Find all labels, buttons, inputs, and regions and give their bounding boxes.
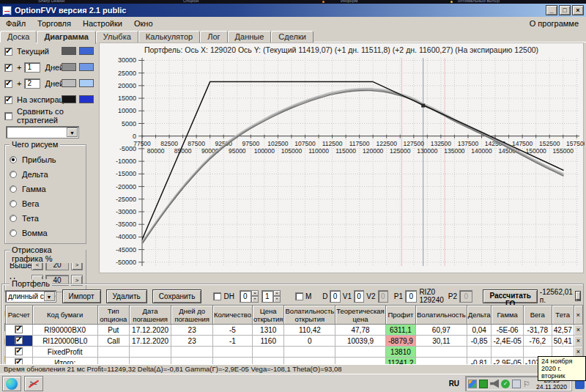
current-point-marker[interactable] bbox=[421, 104, 425, 108]
strategy-combobox[interactable]: ▼ bbox=[6, 126, 79, 138]
row-calc-checkbox[interactable] bbox=[15, 347, 23, 355]
legend-swatch[interactable] bbox=[79, 63, 94, 71]
legend-swatch[interactable] bbox=[62, 47, 76, 55]
payoff-chart[interactable]: 300002500020000150001000050000-5000-1000… bbox=[100, 43, 585, 274]
legend-swatch[interactable] bbox=[62, 95, 76, 103]
status-bar: Время обновления 21 мс Profit=11249,32 D… bbox=[0, 364, 586, 374]
m-checkbox[interactable] bbox=[295, 292, 303, 300]
plus2-days-input[interactable]: 2 bbox=[24, 78, 40, 89]
dh-checkbox[interactable] bbox=[213, 292, 221, 300]
d-input[interactable]: 0 bbox=[330, 290, 340, 303]
calc-cell[interactable] bbox=[6, 336, 33, 347]
x-tick-label: 125000 bbox=[390, 147, 411, 155]
value-cell: -5 bbox=[212, 325, 252, 336]
spinner-2[interactable]: 1▲▼ bbox=[262, 290, 281, 303]
row-calc-checkbox[interactable] bbox=[15, 325, 23, 333]
radio-gamma[interactable]: Гамма bbox=[10, 182, 83, 196]
plus2-checkbox[interactable] bbox=[4, 80, 12, 88]
calc-cell[interactable] bbox=[6, 325, 33, 336]
edge-taskbar-button[interactable] bbox=[2, 376, 21, 391]
tab-калькулятор[interactable]: Калькулятор bbox=[138, 31, 200, 42]
radio-icon[interactable] bbox=[10, 200, 17, 207]
menu-settings[interactable]: Настройки bbox=[77, 18, 128, 29]
radio-vega[interactable]: Вега bbox=[10, 196, 83, 211]
close-button[interactable]: × bbox=[572, 5, 584, 15]
p1-input[interactable]: 0 bbox=[405, 290, 417, 303]
flag-icon[interactable]: ⚐ bbox=[523, 380, 532, 388]
menu-about[interactable]: О программе bbox=[522, 18, 586, 29]
v2-input[interactable]: 0 bbox=[378, 290, 388, 303]
radio-delta[interactable]: Дельта bbox=[10, 167, 83, 182]
value-cell bbox=[171, 347, 213, 358]
expiration-checkbox[interactable] bbox=[4, 96, 12, 104]
col-header-5: Количество bbox=[212, 306, 252, 325]
radio-icon[interactable] bbox=[10, 171, 17, 178]
y-tick-label: 5000 bbox=[122, 120, 136, 127]
maximize-button[interactable]: □ bbox=[559, 5, 571, 15]
tab-данные[interactable]: Данные bbox=[228, 31, 272, 42]
check-circle-icon[interactable]: ✓ bbox=[501, 380, 510, 388]
radio-icon[interactable] bbox=[10, 229, 17, 237]
spinner-1[interactable]: 0▲▼ bbox=[240, 290, 259, 303]
legend-swatch[interactable] bbox=[62, 63, 76, 71]
value-cell: 60,97 bbox=[416, 325, 467, 336]
chevron-down-icon[interactable]: ▼ bbox=[67, 127, 78, 137]
radio-theta[interactable]: Тета bbox=[10, 211, 83, 226]
strategy-select[interactable]: длинный стре ▼ bbox=[5, 290, 56, 303]
value-cell: 17.12.2020 bbox=[129, 325, 171, 336]
legend-swatch[interactable] bbox=[79, 95, 94, 103]
p2-input[interactable]: 0 bbox=[459, 290, 472, 303]
table-row: RI90000BX0Put17.12.202023-51310110,4247,… bbox=[6, 325, 583, 336]
calc-cell[interactable] bbox=[6, 347, 33, 358]
language-indicator[interactable]: RU bbox=[449, 380, 459, 388]
x-tick-label: 102500 bbox=[267, 140, 289, 147]
delete-row-button[interactable]: × bbox=[574, 325, 582, 336]
riz-price-label: RIZ0 129240 bbox=[419, 288, 443, 304]
legend-swatch[interactable] bbox=[79, 79, 94, 87]
minimize-button[interactable]: _ bbox=[546, 5, 557, 15]
snipping-taskbar-button[interactable]: ✂ bbox=[24, 376, 43, 391]
col-header-9: Профит bbox=[385, 306, 415, 325]
radio-profit[interactable]: Прибыль bbox=[10, 152, 83, 167]
legend-swatch[interactable] bbox=[79, 47, 94, 55]
menu-trading[interactable]: Торговля bbox=[31, 18, 77, 29]
y-tick-label: -30000 bbox=[116, 208, 136, 215]
menu-window[interactable]: Окно bbox=[128, 18, 159, 29]
chevron-down-icon[interactable]: ▼ bbox=[44, 292, 55, 301]
menu-file[interactable]: Файл bbox=[0, 18, 31, 29]
tab-улыбка[interactable]: Улыбка bbox=[96, 31, 138, 42]
current-checkbox[interactable] bbox=[4, 48, 12, 56]
tab-диаграмма[interactable]: Диаграмма bbox=[37, 31, 95, 44]
legend-swatch[interactable] bbox=[62, 79, 76, 87]
tab-лог[interactable]: Лог bbox=[200, 31, 227, 42]
instrument-code-cell: FixedProfit bbox=[32, 347, 97, 358]
calc-go-button[interactable]: Рассчитать ГО bbox=[483, 289, 537, 303]
value-cell: -1 bbox=[212, 336, 252, 347]
tab-доска[interactable]: Доска bbox=[0, 31, 37, 42]
plus1-checkbox[interactable] bbox=[4, 64, 12, 72]
v1-input[interactable]: 0 bbox=[354, 290, 364, 303]
speaker-icon[interactable] bbox=[490, 380, 499, 388]
save-button[interactable]: Сохранить bbox=[152, 289, 202, 303]
green-square-icon[interactable] bbox=[479, 380, 488, 388]
radio-icon[interactable] bbox=[10, 156, 17, 163]
radio-icon[interactable] bbox=[10, 185, 17, 193]
row-calc-checkbox[interactable] bbox=[15, 336, 23, 344]
x-tick-label: 112500 bbox=[322, 140, 343, 147]
delete-button[interactable]: Удалить bbox=[106, 289, 147, 303]
value-cell: -8879,9 bbox=[385, 336, 415, 347]
radio-vomma[interactable]: Вомма bbox=[10, 226, 83, 240]
value-cell: 23 bbox=[171, 336, 213, 347]
delete-row-button[interactable]: × bbox=[574, 336, 582, 347]
tab-сделки[interactable]: Сделки bbox=[271, 31, 314, 42]
network-icon[interactable] bbox=[512, 380, 521, 388]
value-cell: -2,4E-05 bbox=[492, 336, 523, 347]
tooltip-date: 24 ноября 2020 г. bbox=[541, 358, 582, 372]
app-tray-icon[interactable] bbox=[468, 380, 477, 388]
import-button[interactable]: Импорт bbox=[62, 289, 101, 303]
window-title: OptionFVV версия 2.1 public bbox=[15, 6, 126, 15]
compare-checkbox[interactable] bbox=[4, 112, 12, 120]
radio-icon[interactable] bbox=[10, 215, 17, 222]
collapse-button[interactable]: _ bbox=[575, 291, 581, 301]
plus1-days-input[interactable]: 1 bbox=[24, 62, 40, 73]
